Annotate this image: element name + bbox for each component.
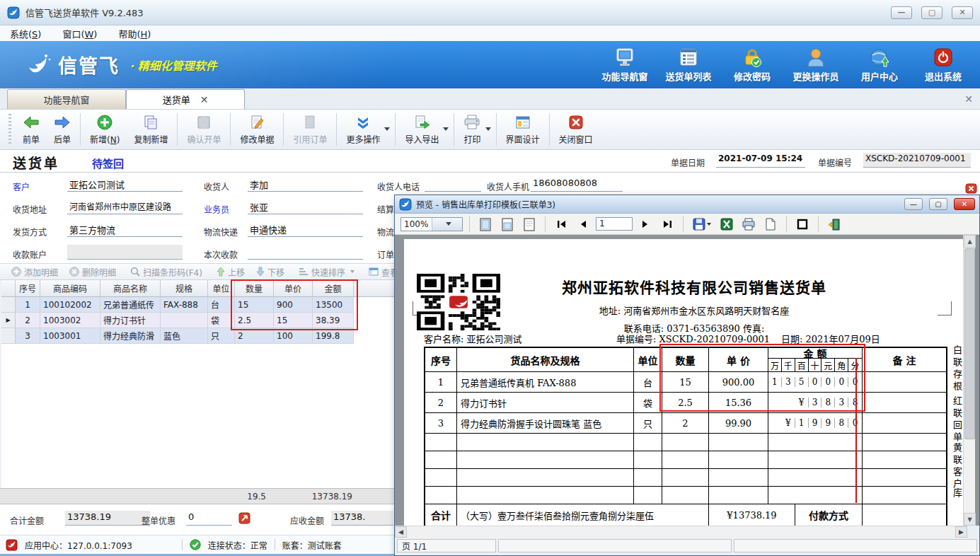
- toolbar-button-arrowR[interactable]: 后单: [47, 111, 78, 148]
- preview-logo-icon: [399, 198, 412, 211]
- whole-page-button[interactable]: [476, 216, 495, 233]
- banner-action-user[interactable]: 更换操作员: [789, 47, 843, 83]
- horizontal-scrollbar[interactable]: ◀ ▶: [395, 526, 967, 538]
- banner-action-globe[interactable]: 用户中心: [853, 47, 906, 83]
- column-header[interactable]: 单价: [274, 280, 313, 297]
- close-button[interactable]: ✕: [952, 6, 973, 19]
- grid-toolbar-sort[interactable]: 快速排序: [293, 266, 360, 278]
- toolbar-button-chevrons[interactable]: 更多操作: [339, 111, 393, 148]
- scroll-right-icon[interactable]: ▶: [955, 526, 967, 538]
- customer-field[interactable]: 亚拓公司测试: [67, 177, 183, 192]
- dropdown-arrow-icon[interactable]: [350, 270, 354, 273]
- toolbar-button-copy[interactable]: 复制新增: [127, 111, 175, 148]
- print-button[interactable]: [739, 216, 758, 233]
- column-header[interactable]: 数量: [235, 280, 274, 297]
- banner-action-lock[interactable]: 修改密码: [725, 47, 779, 83]
- menu-item-2[interactable]: 帮助(H): [118, 27, 151, 40]
- preview-minimize-button[interactable]: —: [904, 198, 923, 210]
- dropdown-arrow-icon[interactable]: [443, 127, 449, 131]
- discount-icon[interactable]: [238, 512, 250, 526]
- page-setup-button[interactable]: [761, 216, 780, 233]
- preview-titlebar[interactable]: 预览 - 销售出库单打印模板(三联单3) — ▢ ✕: [395, 195, 979, 214]
- column-header[interactable]: 规格: [161, 280, 208, 297]
- grid-toolbar-scan[interactable]: 扫描条形码(F4): [125, 266, 208, 278]
- export-excel-button[interactable]: [717, 216, 736, 233]
- receiver-tel-field[interactable]: [425, 177, 481, 192]
- actual-size-button[interactable]: [520, 216, 538, 233]
- toolbar-label: 导入导出: [405, 133, 439, 145]
- minimize-button[interactable]: —: [891, 6, 912, 19]
- scroll-down-icon[interactable]: ▼: [964, 513, 976, 526]
- grid-toolbar-view[interactable]: 查看: [363, 266, 394, 278]
- column-header[interactable]: 金额: [313, 280, 354, 297]
- grid-toolbar-gplus[interactable]: 添加明细: [6, 266, 64, 278]
- column-header[interactable]: 单位: [208, 280, 235, 297]
- menu-item-0[interactable]: 系统(S): [10, 27, 41, 40]
- tab-close-icon[interactable]: ✕: [200, 96, 209, 103]
- column-header[interactable]: 商品编码: [40, 280, 100, 297]
- banner-action-monitor[interactable]: 功能导航窗: [598, 47, 652, 83]
- combo-arrow-icon[interactable]: [432, 218, 463, 231]
- column-header[interactable]: 商品名称: [100, 280, 161, 297]
- account-field[interactable]: [67, 245, 183, 260]
- toolbar-button-edit[interactable]: 修改单据: [233, 111, 281, 148]
- toolbar-button-closeRed[interactable]: 关闭窗口: [552, 111, 600, 148]
- vertical-scrollbar[interactable]: ▲ ▼: [963, 235, 975, 526]
- scroll-up-icon[interactable]: ▲: [964, 235, 976, 248]
- ship-field[interactable]: 第三方物流: [67, 222, 183, 237]
- last-page-button[interactable]: [658, 216, 676, 233]
- dropdown-arrow-icon[interactable]: [485, 127, 491, 131]
- banner-action-list[interactable]: 送货单列表: [662, 47, 715, 83]
- cell: FAX-888: [161, 297, 208, 313]
- scroll-left-icon[interactable]: ◀: [395, 526, 407, 538]
- preview-close-button[interactable]: ✕: [954, 198, 975, 210]
- toolbar-button-arrowL[interactable]: 前单: [16, 111, 47, 148]
- zoom-select[interactable]: 100%: [400, 217, 463, 231]
- table-row[interactable]: 1100102002兄弟普通纸传FAX-888台1590013500: [1, 297, 394, 313]
- tab-0[interactable]: 功能导航窗: [7, 89, 126, 109]
- page-number-input[interactable]: 1: [596, 217, 633, 231]
- docno-field[interactable]: XSCKD-20210709-0001: [863, 153, 971, 168]
- salesman-field[interactable]: 张亚: [248, 199, 363, 214]
- preview-maximize-button[interactable]: ▢: [929, 198, 947, 210]
- grid-toolbar-gdel[interactable]: 删除明细: [64, 266, 122, 278]
- scrollbar-thumb[interactable]: [964, 248, 975, 439]
- toolbar-button-add[interactable]: 新增(N): [83, 111, 127, 148]
- payment-field[interactable]: [248, 245, 363, 260]
- exit-preview-button[interactable]: [825, 216, 843, 233]
- maximize-button[interactable]: ▢: [921, 6, 942, 19]
- first-page-button[interactable]: [552, 216, 570, 233]
- column-header[interactable]: 序号: [16, 280, 40, 297]
- fullscreen-button[interactable]: [793, 216, 812, 233]
- tab-1[interactable]: 送货单✕: [126, 89, 245, 109]
- toolbar-button-design[interactable]: 界面设计: [499, 111, 547, 148]
- dropdown-arrow-icon[interactable]: [384, 127, 390, 131]
- save-button[interactable]: [690, 216, 714, 233]
- status-panel: [734, 539, 977, 552]
- logistics-field[interactable]: 申通快递: [248, 222, 363, 237]
- tabstrip-close-icon[interactable]: ✕: [964, 93, 973, 105]
- receiver-mobile-field[interactable]: 18608080808: [531, 177, 623, 192]
- sort-icon: [299, 267, 309, 277]
- banner-action-power[interactable]: 退出系统: [916, 47, 970, 83]
- ship-label: 发货方式: [13, 226, 47, 238]
- table-row[interactable]: ▶21003002得力订书针袋2.51538.39: [1, 313, 394, 328]
- table-row[interactable]: 31003001得力经典防滑蓝色只2100199.8: [1, 328, 394, 344]
- menu-item-1[interactable]: 窗口(W): [62, 27, 97, 40]
- receiver-field[interactable]: 李加: [248, 177, 363, 192]
- toolbar-button-save[interactable]: 确认开单: [180, 111, 228, 148]
- toolbar-grip[interactable]: [8, 114, 11, 145]
- prev-page-button[interactable]: [574, 216, 592, 233]
- cell: 2: [235, 328, 274, 344]
- toolbar-button-print[interactable]: 打印: [456, 111, 493, 148]
- toolbar-button-impexp[interactable]: 导入导出: [398, 111, 451, 148]
- grid-toolbar-up[interactable]: 上移: [211, 266, 250, 278]
- page-width-button[interactable]: [498, 216, 517, 233]
- toolbar-button-pageGray[interactable]: 引用订单: [286, 111, 334, 148]
- address-field[interactable]: 河南省郑州市中原区建设路: [67, 199, 183, 214]
- globe-icon: [870, 47, 889, 68]
- date-field[interactable]: 2021-07-09 15:24: [716, 153, 805, 168]
- discount-field[interactable]: 0: [186, 511, 232, 526]
- grid-toolbar-down[interactable]: 下移: [250, 266, 290, 278]
- next-page-button[interactable]: [636, 216, 655, 233]
